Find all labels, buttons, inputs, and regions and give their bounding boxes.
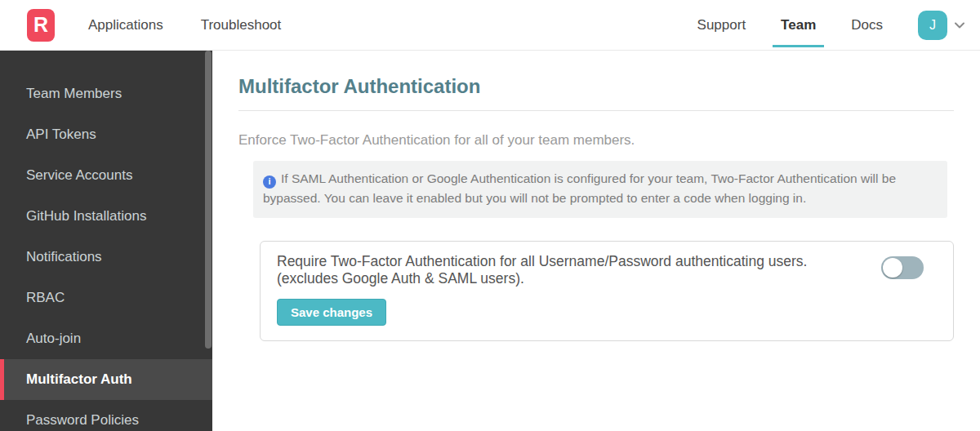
user-avatar[interactable]: J xyxy=(918,11,947,40)
sidebar-item-github-installations[interactable]: GitHub Installations xyxy=(0,196,212,237)
sidebar-item-rbac[interactable]: RBAC xyxy=(0,278,212,318)
sidebar-item-api-tokens[interactable]: API Tokens xyxy=(0,114,212,155)
settings-sidebar: Team Members API Tokens Service Accounts… xyxy=(0,51,212,431)
toggle-knob xyxy=(883,258,902,278)
nav-team[interactable]: Team xyxy=(781,17,816,33)
page-title: Multifactor Authentication xyxy=(238,75,954,98)
sidebar-item-multifactor-auth[interactable]: Multifactor Auth xyxy=(0,359,212,400)
setting-label-line2: (excludes Google Auth & SAML users). xyxy=(277,270,847,287)
nav-troubleshoot[interactable]: Troubleshoot xyxy=(201,17,282,33)
require-two-factor-toggle[interactable] xyxy=(881,256,924,279)
chevron-down-icon[interactable] xyxy=(952,17,969,33)
save-changes-button[interactable]: Save changes xyxy=(277,299,386,326)
sidebar-item-service-accounts[interactable]: Service Accounts xyxy=(0,155,212,196)
nav-applications[interactable]: Applications xyxy=(88,17,163,33)
page-description: Enforce Two-Factor Authentication for al… xyxy=(238,132,954,149)
sidebar-item-password-policies[interactable]: Password Policies xyxy=(0,400,212,431)
page-body: Team Members API Tokens Service Accounts… xyxy=(0,51,980,431)
secondary-nav: Support Team Docs J xyxy=(697,11,969,40)
info-icon: i xyxy=(263,176,276,189)
sidebar-scrollbar-thumb[interactable] xyxy=(205,51,212,349)
setting-label-line1: Require Two-Factor Authentication for al… xyxy=(277,253,847,270)
rollbar-logo[interactable]: R xyxy=(27,9,55,42)
top-nav-bar: R Applications Troubleshoot Support Team… xyxy=(0,0,980,51)
sidebar-item-team-members[interactable]: Team Members xyxy=(0,73,212,114)
saml-bypass-info-note: iIf SAML Authentication or Google Authen… xyxy=(253,161,947,218)
primary-nav: Applications Troubleshoot xyxy=(88,17,318,33)
main-content: Multifactor Authentication Enforce Two-F… xyxy=(212,51,980,431)
two-factor-setting-card: Require Two-Factor Authentication for al… xyxy=(260,241,954,341)
nav-support[interactable]: Support xyxy=(697,17,746,33)
title-divider xyxy=(238,110,954,111)
sidebar-item-notifications[interactable]: Notifications xyxy=(0,237,212,278)
sidebar-item-auto-join[interactable]: Auto-join xyxy=(0,318,212,359)
info-note-text: If SAML Authentication or Google Authent… xyxy=(263,171,896,205)
nav-docs[interactable]: Docs xyxy=(851,17,883,33)
